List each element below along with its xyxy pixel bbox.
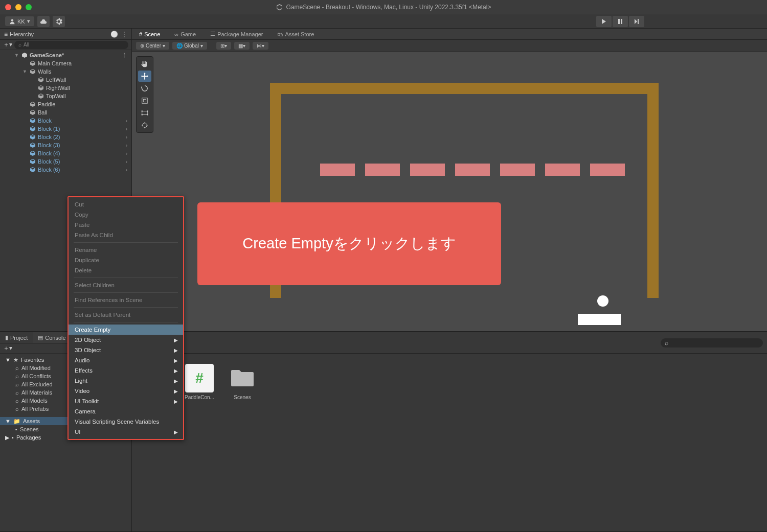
scene-root[interactable]: ▼ GameScene* ⋮ — [0, 51, 131, 59]
ctx-copy[interactable]: Copy — [69, 210, 183, 220]
item-name: RightWall — [46, 85, 70, 91]
hierarchy-item[interactable]: RightWall — [0, 84, 131, 92]
folder-icon — [228, 364, 257, 392]
ctx-create-empty[interactable]: Create Empty — [69, 325, 183, 335]
expand-arrow-icon[interactable]: ▼ — [5, 357, 11, 363]
hierarchy-item[interactable]: ▼Walls — [0, 67, 131, 76]
chevron-right-icon[interactable]: › — [126, 167, 127, 173]
chevron-down-icon: ▾ — [163, 43, 165, 49]
ctx-set-default-parent[interactable]: Set as Default Parent — [69, 310, 183, 320]
hierarchy-item[interactable]: LeftWall — [0, 76, 131, 84]
create-dropdown[interactable]: ＋▾ — [3, 40, 12, 49]
tab-asset-store[interactable]: 🛍Asset Store — [274, 31, 317, 37]
minimize-window-icon[interactable] — [15, 4, 21, 10]
svg-point-0 — [11, 19, 14, 21]
transform-tool[interactable] — [138, 120, 151, 131]
project-search[interactable]: ⌕ — [661, 338, 763, 348]
tab-scene[interactable]: #Scene — [136, 31, 163, 37]
ctx-2d-object[interactable]: 2D Object▶ — [69, 335, 183, 345]
ctx-visual-scripting[interactable]: Visual Scripting Scene Variables — [69, 417, 183, 427]
chevron-right-icon[interactable]: › — [126, 126, 127, 132]
account-button[interactable]: KK ▾ — [5, 16, 34, 26]
item-name: Block (3) — [38, 142, 60, 148]
expand-arrow-icon[interactable]: ▼ — [14, 53, 19, 58]
chevron-right-icon[interactable]: › — [126, 143, 127, 148]
pivot-dropdown[interactable]: ⊕Center▾ — [136, 42, 169, 50]
scene-menu-icon[interactable]: ⋮ — [122, 52, 127, 59]
ctx-paste-as-child[interactable]: Paste As Child — [69, 230, 183, 240]
grid-toggle[interactable]: ▦▾ — [234, 42, 250, 50]
project-content-header: ⌕ — [132, 332, 767, 354]
ctx-ui[interactable]: UI▶ — [69, 427, 183, 437]
chevron-right-icon[interactable]: › — [126, 159, 127, 165]
item-name: Block (1) — [38, 126, 60, 132]
asset-grid[interactable]: BounceMa... # PaddleCon... Scenes — [132, 354, 767, 531]
hierarchy-context-menu: Cut Copy Paste Paste As Child Rename Dup… — [67, 196, 184, 440]
hierarchy-item[interactable]: Block› — [0, 117, 131, 125]
ctx-find-references[interactable]: Find References in Scene — [69, 295, 183, 305]
move-tool[interactable] — [138, 71, 151, 82]
rotate-tool[interactable] — [138, 83, 151, 94]
tab-console[interactable]: ▤Console — [33, 332, 71, 343]
lock-icon[interactable]: ⚪ — [110, 31, 118, 38]
ctx-light[interactable]: Light▶ — [69, 376, 183, 386]
step-button[interactable] — [629, 16, 644, 27]
menu-icon[interactable]: ⋮ — [121, 31, 127, 38]
tool-palette — [136, 56, 153, 133]
play-button[interactable] — [596, 16, 612, 27]
ctx-paste[interactable]: Paste — [69, 220, 183, 230]
ctx-rename[interactable]: Rename — [69, 245, 183, 255]
chevron-right-icon[interactable]: › — [126, 118, 127, 124]
hierarchy-item[interactable]: Block (3)› — [0, 141, 131, 149]
snap-toggle[interactable]: ⊞▾ — [216, 42, 231, 50]
search-icon: ⌕ — [15, 373, 19, 379]
ctx-cut[interactable]: Cut — [69, 199, 183, 210]
chevron-right-icon[interactable]: › — [126, 134, 127, 140]
hierarchy-item[interactable]: Block (6)› — [0, 166, 131, 174]
tab-project[interactable]: ▮Project — [0, 332, 33, 343]
ctx-audio[interactable]: Audio▶ — [69, 355, 183, 365]
ctx-duplicate[interactable]: Duplicate — [69, 255, 183, 265]
expand-arrow-icon[interactable]: ▼ — [5, 418, 11, 424]
ctx-video[interactable]: Video▶ — [69, 386, 183, 396]
hierarchy-item[interactable]: Ball — [0, 108, 131, 117]
brick — [320, 164, 355, 176]
ctx-delete[interactable]: Delete — [69, 265, 183, 275]
ctx-3d-object[interactable]: 3D Object▶ — [69, 345, 183, 355]
asset-scenes-folder[interactable]: Scenes — [226, 364, 259, 400]
project-create-dropdown[interactable]: ＋▾ — [3, 344, 12, 353]
pause-button[interactable] — [613, 16, 628, 27]
scale-tool[interactable] — [138, 95, 151, 106]
hand-tool[interactable] — [138, 58, 151, 70]
hierarchy-item[interactable]: Paddle — [0, 100, 131, 108]
tab-game[interactable]: ∞Game — [171, 31, 199, 37]
hierarchy-search[interactable]: ⌕ All — [14, 41, 128, 49]
close-window-icon[interactable] — [5, 4, 11, 10]
snap-settings[interactable]: ⋈▾ — [253, 42, 268, 50]
chevron-right-icon[interactable]: › — [126, 151, 127, 156]
hierarchy-item[interactable]: Block (4)› — [0, 149, 131, 157]
hierarchy-item[interactable]: Block (2)› — [0, 133, 131, 141]
tab-package-manager[interactable]: ☰Package Manager — [207, 31, 266, 37]
ctx-ui-toolkit[interactable]: UI Toolkit▶ — [69, 396, 183, 406]
settings-button[interactable] — [53, 16, 65, 27]
scene-viewport[interactable] — [132, 52, 767, 331]
hierarchy-item[interactable]: Block (5)› — [0, 157, 131, 166]
gameobject-icon — [30, 134, 36, 140]
cloud-button[interactable] — [37, 16, 50, 27]
item-name: Block — [38, 118, 52, 124]
search-icon: ⌕ — [665, 339, 668, 346]
maximize-window-icon[interactable] — [26, 4, 32, 10]
expand-arrow-icon[interactable]: ▶ — [5, 434, 9, 441]
hierarchy-item[interactable]: Main Camera — [0, 59, 131, 67]
svg-rect-1 — [142, 98, 148, 104]
hierarchy-item[interactable]: TopWall — [0, 92, 131, 100]
ctx-effects[interactable]: Effects▶ — [69, 365, 183, 376]
rect-tool[interactable] — [138, 107, 151, 119]
ctx-select-children[interactable]: Select Children — [69, 280, 183, 290]
ctx-camera[interactable]: Camera — [69, 406, 183, 417]
expand-arrow-icon[interactable]: ▼ — [22, 69, 28, 74]
asset-paddle-controller[interactable]: # PaddleCon... — [183, 364, 216, 400]
space-dropdown[interactable]: 🌐Global▾ — [172, 42, 207, 50]
hierarchy-item[interactable]: Block (1)› — [0, 125, 131, 133]
